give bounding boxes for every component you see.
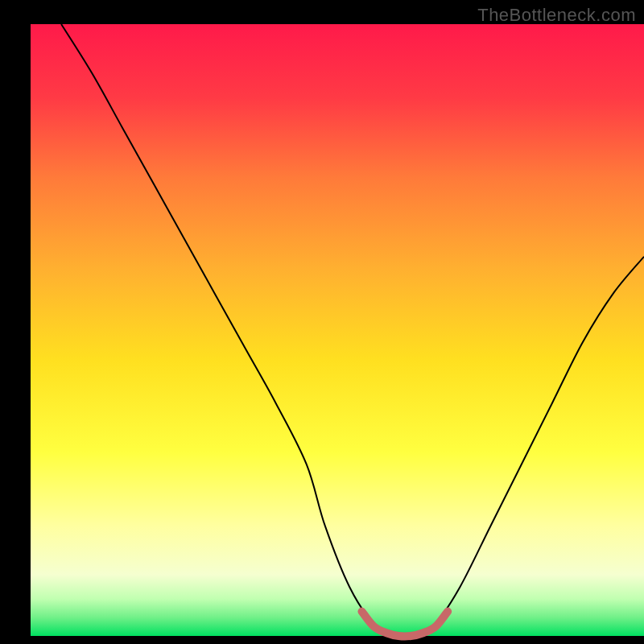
watermark-text: TheBottleneck.com bbox=[477, 5, 636, 26]
bottleneck-chart bbox=[0, 0, 644, 644]
plot-background bbox=[31, 24, 644, 636]
chart-container: TheBottleneck.com bbox=[0, 0, 644, 644]
